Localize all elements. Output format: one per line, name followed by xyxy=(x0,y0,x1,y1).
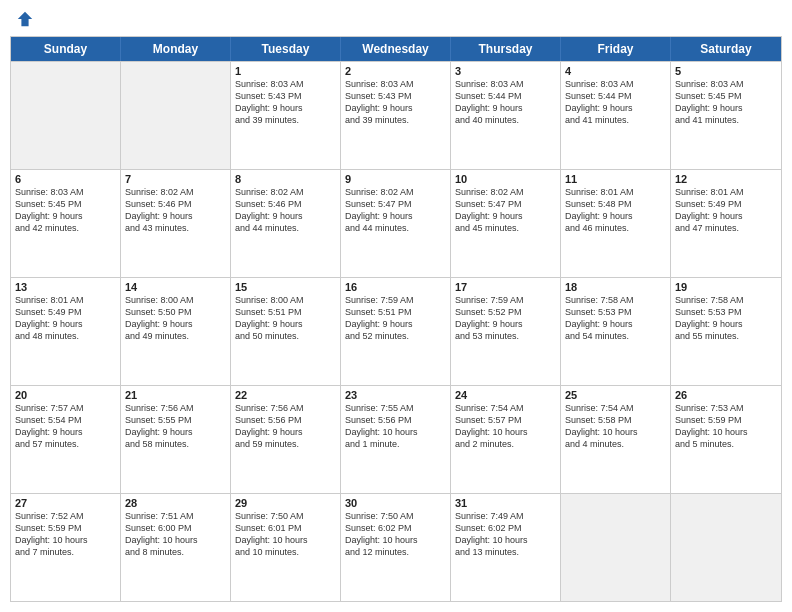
day-number: 30 xyxy=(345,497,446,509)
calendar-body: 1Sunrise: 8:03 AM Sunset: 5:43 PM Daylig… xyxy=(11,61,781,601)
calendar-day-8: 8Sunrise: 8:02 AM Sunset: 5:46 PM Daylig… xyxy=(231,170,341,277)
calendar-empty-cell xyxy=(11,62,121,169)
logo xyxy=(14,10,34,28)
weekday-header: Thursday xyxy=(451,37,561,61)
weekday-header: Monday xyxy=(121,37,231,61)
day-info: Sunrise: 7:54 AM Sunset: 5:58 PM Dayligh… xyxy=(565,402,666,451)
page: SundayMondayTuesdayWednesdayThursdayFrid… xyxy=(0,0,792,612)
calendar-day-23: 23Sunrise: 7:55 AM Sunset: 5:56 PM Dayli… xyxy=(341,386,451,493)
day-number: 23 xyxy=(345,389,446,401)
day-number: 25 xyxy=(565,389,666,401)
day-info: Sunrise: 7:54 AM Sunset: 5:57 PM Dayligh… xyxy=(455,402,556,451)
calendar-day-17: 17Sunrise: 7:59 AM Sunset: 5:52 PM Dayli… xyxy=(451,278,561,385)
day-info: Sunrise: 8:00 AM Sunset: 5:51 PM Dayligh… xyxy=(235,294,336,343)
day-info: Sunrise: 7:57 AM Sunset: 5:54 PM Dayligh… xyxy=(15,402,116,451)
day-info: Sunrise: 8:03 AM Sunset: 5:44 PM Dayligh… xyxy=(565,78,666,127)
day-info: Sunrise: 8:03 AM Sunset: 5:43 PM Dayligh… xyxy=(345,78,446,127)
calendar-day-21: 21Sunrise: 7:56 AM Sunset: 5:55 PM Dayli… xyxy=(121,386,231,493)
day-info: Sunrise: 8:00 AM Sunset: 5:50 PM Dayligh… xyxy=(125,294,226,343)
calendar-day-9: 9Sunrise: 8:02 AM Sunset: 5:47 PM Daylig… xyxy=(341,170,451,277)
calendar-day-31: 31Sunrise: 7:49 AM Sunset: 6:02 PM Dayli… xyxy=(451,494,561,601)
day-info: Sunrise: 8:03 AM Sunset: 5:43 PM Dayligh… xyxy=(235,78,336,127)
calendar-day-10: 10Sunrise: 8:02 AM Sunset: 5:47 PM Dayli… xyxy=(451,170,561,277)
svg-marker-0 xyxy=(18,12,32,26)
day-info: Sunrise: 7:52 AM Sunset: 5:59 PM Dayligh… xyxy=(15,510,116,559)
calendar-day-2: 2Sunrise: 8:03 AM Sunset: 5:43 PM Daylig… xyxy=(341,62,451,169)
day-number: 16 xyxy=(345,281,446,293)
calendar-day-11: 11Sunrise: 8:01 AM Sunset: 5:48 PM Dayli… xyxy=(561,170,671,277)
day-info: Sunrise: 7:58 AM Sunset: 5:53 PM Dayligh… xyxy=(565,294,666,343)
calendar-day-18: 18Sunrise: 7:58 AM Sunset: 5:53 PM Dayli… xyxy=(561,278,671,385)
weekday-header: Tuesday xyxy=(231,37,341,61)
day-number: 18 xyxy=(565,281,666,293)
calendar-header: SundayMondayTuesdayWednesdayThursdayFrid… xyxy=(11,37,781,61)
calendar-day-15: 15Sunrise: 8:00 AM Sunset: 5:51 PM Dayli… xyxy=(231,278,341,385)
day-number: 5 xyxy=(675,65,777,77)
calendar-day-25: 25Sunrise: 7:54 AM Sunset: 5:58 PM Dayli… xyxy=(561,386,671,493)
day-number: 14 xyxy=(125,281,226,293)
calendar-day-5: 5Sunrise: 8:03 AM Sunset: 5:45 PM Daylig… xyxy=(671,62,781,169)
day-info: Sunrise: 7:51 AM Sunset: 6:00 PM Dayligh… xyxy=(125,510,226,559)
calendar-empty-cell xyxy=(561,494,671,601)
day-info: Sunrise: 8:02 AM Sunset: 5:47 PM Dayligh… xyxy=(345,186,446,235)
day-number: 4 xyxy=(565,65,666,77)
calendar-day-22: 22Sunrise: 7:56 AM Sunset: 5:56 PM Dayli… xyxy=(231,386,341,493)
day-number: 19 xyxy=(675,281,777,293)
day-info: Sunrise: 8:02 AM Sunset: 5:47 PM Dayligh… xyxy=(455,186,556,235)
day-number: 17 xyxy=(455,281,556,293)
day-info: Sunrise: 8:01 AM Sunset: 5:49 PM Dayligh… xyxy=(675,186,777,235)
calendar-row: 27Sunrise: 7:52 AM Sunset: 5:59 PM Dayli… xyxy=(11,493,781,601)
calendar-row: 1Sunrise: 8:03 AM Sunset: 5:43 PM Daylig… xyxy=(11,61,781,169)
day-info: Sunrise: 7:56 AM Sunset: 5:55 PM Dayligh… xyxy=(125,402,226,451)
calendar-day-4: 4Sunrise: 8:03 AM Sunset: 5:44 PM Daylig… xyxy=(561,62,671,169)
calendar-row: 6Sunrise: 8:03 AM Sunset: 5:45 PM Daylig… xyxy=(11,169,781,277)
day-info: Sunrise: 7:58 AM Sunset: 5:53 PM Dayligh… xyxy=(675,294,777,343)
day-number: 21 xyxy=(125,389,226,401)
day-info: Sunrise: 8:03 AM Sunset: 5:45 PM Dayligh… xyxy=(15,186,116,235)
calendar-day-6: 6Sunrise: 8:03 AM Sunset: 5:45 PM Daylig… xyxy=(11,170,121,277)
weekday-header: Wednesday xyxy=(341,37,451,61)
day-info: Sunrise: 7:53 AM Sunset: 5:59 PM Dayligh… xyxy=(675,402,777,451)
day-number: 11 xyxy=(565,173,666,185)
day-number: 6 xyxy=(15,173,116,185)
day-number: 20 xyxy=(15,389,116,401)
calendar-empty-cell xyxy=(671,494,781,601)
calendar-day-16: 16Sunrise: 7:59 AM Sunset: 5:51 PM Dayli… xyxy=(341,278,451,385)
calendar-day-3: 3Sunrise: 8:03 AM Sunset: 5:44 PM Daylig… xyxy=(451,62,561,169)
day-info: Sunrise: 7:49 AM Sunset: 6:02 PM Dayligh… xyxy=(455,510,556,559)
day-number: 10 xyxy=(455,173,556,185)
calendar-row: 13Sunrise: 8:01 AM Sunset: 5:49 PM Dayli… xyxy=(11,277,781,385)
day-number: 9 xyxy=(345,173,446,185)
day-number: 2 xyxy=(345,65,446,77)
calendar-day-24: 24Sunrise: 7:54 AM Sunset: 5:57 PM Dayli… xyxy=(451,386,561,493)
day-number: 28 xyxy=(125,497,226,509)
calendar-day-19: 19Sunrise: 7:58 AM Sunset: 5:53 PM Dayli… xyxy=(671,278,781,385)
calendar-row: 20Sunrise: 7:57 AM Sunset: 5:54 PM Dayli… xyxy=(11,385,781,493)
calendar-day-30: 30Sunrise: 7:50 AM Sunset: 6:02 PM Dayli… xyxy=(341,494,451,601)
calendar-day-13: 13Sunrise: 8:01 AM Sunset: 5:49 PM Dayli… xyxy=(11,278,121,385)
day-number: 8 xyxy=(235,173,336,185)
day-number: 3 xyxy=(455,65,556,77)
day-info: Sunrise: 7:59 AM Sunset: 5:51 PM Dayligh… xyxy=(345,294,446,343)
calendar-empty-cell xyxy=(121,62,231,169)
day-number: 12 xyxy=(675,173,777,185)
calendar-day-7: 7Sunrise: 8:02 AM Sunset: 5:46 PM Daylig… xyxy=(121,170,231,277)
day-info: Sunrise: 7:59 AM Sunset: 5:52 PM Dayligh… xyxy=(455,294,556,343)
day-number: 27 xyxy=(15,497,116,509)
calendar-day-29: 29Sunrise: 7:50 AM Sunset: 6:01 PM Dayli… xyxy=(231,494,341,601)
weekday-header: Sunday xyxy=(11,37,121,61)
calendar-day-20: 20Sunrise: 7:57 AM Sunset: 5:54 PM Dayli… xyxy=(11,386,121,493)
day-info: Sunrise: 8:01 AM Sunset: 5:49 PM Dayligh… xyxy=(15,294,116,343)
day-number: 13 xyxy=(15,281,116,293)
day-number: 15 xyxy=(235,281,336,293)
day-info: Sunrise: 8:01 AM Sunset: 5:48 PM Dayligh… xyxy=(565,186,666,235)
calendar-day-28: 28Sunrise: 7:51 AM Sunset: 6:00 PM Dayli… xyxy=(121,494,231,601)
day-number: 22 xyxy=(235,389,336,401)
day-info: Sunrise: 8:03 AM Sunset: 5:44 PM Dayligh… xyxy=(455,78,556,127)
weekday-header: Friday xyxy=(561,37,671,61)
day-number: 7 xyxy=(125,173,226,185)
day-info: Sunrise: 8:03 AM Sunset: 5:45 PM Dayligh… xyxy=(675,78,777,127)
weekday-header: Saturday xyxy=(671,37,781,61)
day-info: Sunrise: 7:50 AM Sunset: 6:02 PM Dayligh… xyxy=(345,510,446,559)
day-number: 31 xyxy=(455,497,556,509)
